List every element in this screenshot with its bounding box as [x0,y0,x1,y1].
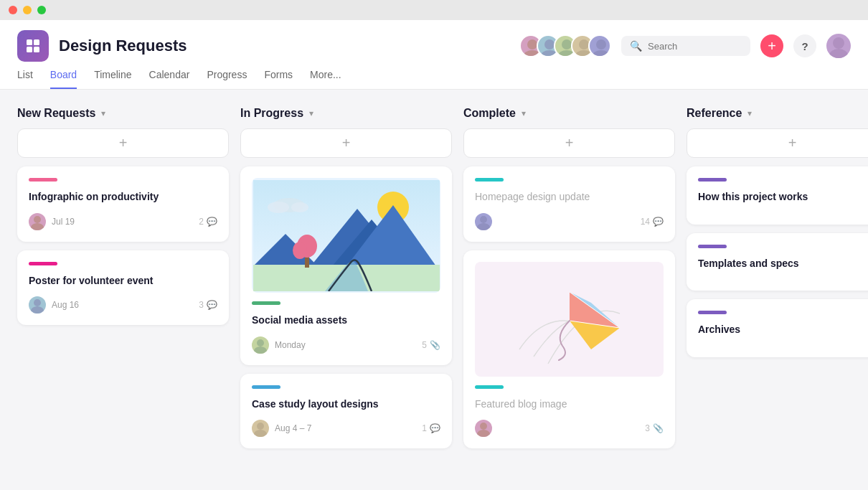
svg-point-17 [31,223,44,230]
card-footer: 14 💬 [475,213,664,230]
svg-point-23 [291,202,308,212]
svg-point-35 [257,423,264,430]
card-title: Social media assets [252,314,440,328]
team-avatars [519,34,611,57]
project-title: Design Requests [59,37,187,55]
card-tag [698,311,727,314]
svg-point-36 [254,430,267,437]
column-complete: Complete ▾ + Homepage design update 14 💬 [463,107,675,471]
svg-rect-2 [27,47,32,52]
svg-point-4 [527,39,537,50]
tab-progress[interactable]: Progress [207,69,247,89]
card-image-mountains [252,178,440,293]
column-new-requests: New Requests ▾ + Infographic on producti… [17,107,229,471]
add-card-complete[interactable]: + [463,128,675,158]
chevron-down-icon: ▾ [101,108,105,118]
card-homepage[interactable]: Homepage design update 14 💬 [463,166,675,242]
minimize-dot[interactable] [23,6,32,14]
search-box[interactable]: 🔍 [621,36,750,56]
help-button[interactable]: ? [793,34,816,57]
svg-point-38 [477,223,490,230]
card-comments: 1 💬 [422,423,440,433]
card-tag [252,301,280,305]
column-reference: Reference ▾ + How this project works Tem… [687,107,868,471]
svg-point-45 [480,423,487,430]
svg-point-14 [833,37,844,49]
svg-point-13 [593,50,610,57]
card-tag [698,245,727,248]
card-tag [475,385,504,389]
svg-point-15 [829,49,848,58]
card-comments: 14 💬 [641,217,664,227]
board: New Requests ▾ + Infographic on producti… [0,90,868,488]
avatar[interactable] [588,34,611,57]
column-title-new-requests: New Requests [17,107,95,120]
column-title-complete: Complete [463,107,516,120]
svg-point-37 [480,216,487,223]
card-attachments: 5 📎 [422,340,440,350]
tab-timeline[interactable]: Timeline [94,69,131,89]
card-footer: Monday 5 📎 [252,336,440,354]
chevron-down-icon: ▾ [522,108,526,118]
svg-rect-0 [27,39,32,45]
search-input[interactable] [648,41,734,52]
svg-point-34 [254,347,267,354]
card-templates-specs[interactable]: Templates and specs [687,233,868,291]
card-tag [475,178,504,182]
add-button[interactable]: + [760,34,783,57]
card-featured-blog[interactable]: Featured blog image 3 📎 [463,250,675,449]
column-in-progress: In Progress ▾ + [240,107,452,471]
card-case-study[interactable]: Case study layout designs Aug 4 – 7 1 💬 [240,374,452,449]
close-dot[interactable] [9,6,17,14]
card-avatar [475,420,492,437]
app-icon [17,30,49,62]
column-header-new-requests: New Requests ▾ [17,107,229,120]
tab-calendar[interactable]: Calendar [149,69,190,89]
svg-point-46 [477,430,490,437]
card-social-media[interactable]: Social media assets Monday 5 📎 [240,166,452,365]
column-header-complete: Complete ▾ [463,107,675,120]
titlebar [0,0,868,20]
card-avatar [252,420,269,437]
tab-forms[interactable]: Forms [264,69,293,89]
card-footer: Aug 4 – 7 1 💬 [252,420,440,437]
card-avatar [475,213,492,230]
svg-point-6 [544,39,555,50]
card-poster[interactable]: Poster for volunteer event Aug 16 3 💬 [17,250,229,326]
card-how-this-works[interactable]: How this project works [687,166,868,225]
user-avatar[interactable] [826,34,851,58]
card-tag [698,178,727,182]
card-title: Infographic on productivity [29,190,217,204]
tab-more[interactable]: More... [310,69,341,89]
card-tag [29,262,57,265]
add-card-in-progress[interactable]: + [240,128,452,158]
svg-rect-1 [34,39,39,45]
maximize-dot[interactable] [37,6,46,14]
card-image-paper-plane [475,262,664,377]
tab-list[interactable]: List [17,69,33,89]
tab-board[interactable]: Board [50,69,77,89]
card-infographic[interactable]: Infographic on productivity Jul 19 2 💬 [17,166,229,242]
card-date: Monday [275,340,306,350]
svg-point-12 [596,39,606,50]
svg-point-10 [579,39,589,50]
card-archives[interactable]: Archives [687,299,868,357]
column-title-in-progress: In Progress [240,107,303,120]
card-comments: 3 💬 [199,300,217,310]
card-title: Templates and specs [698,257,868,271]
column-title-reference: Reference [687,107,742,120]
card-avatar [29,213,46,230]
card-tag [252,385,280,389]
add-card-new-requests[interactable]: + [17,128,229,158]
svg-point-19 [31,306,44,314]
card-title: Case study layout designs [252,397,440,412]
card-comments: 2 💬 [199,217,217,227]
search-icon: 🔍 [630,40,642,52]
svg-point-18 [34,299,41,306]
card-avatar [252,336,269,354]
card-date: Aug 4 – 7 [275,423,311,433]
card-attachments: 3 📎 [645,423,664,433]
nav-tabs: List Board Timeline Calendar Progress Fo… [17,69,851,89]
svg-point-32 [293,242,307,259]
add-card-reference[interactable]: + [687,128,868,158]
